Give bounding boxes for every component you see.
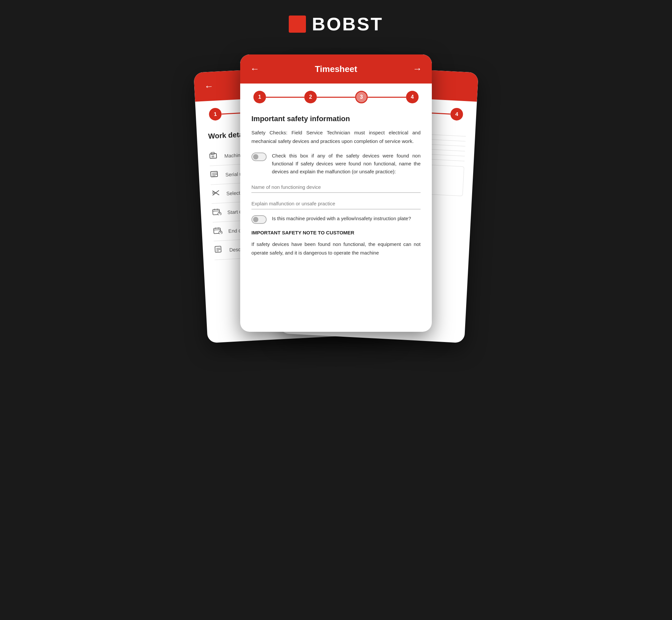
svg-line-27 <box>217 250 221 250</box>
logo-text: BOBST <box>312 13 383 35</box>
safety-section-title: Important safety information <box>251 114 421 123</box>
svg-line-12 <box>213 211 220 211</box>
card-center-steps: 1 2 3 4 <box>240 84 432 107</box>
svg-line-19 <box>214 230 221 230</box>
svg-point-10 <box>213 192 215 194</box>
toggle-2-text: Is this machine provided with a yellow\n… <box>272 215 411 222</box>
card-center-header: ← Timesheet → <box>240 54 432 84</box>
step-dot-1[interactable]: 1 <box>209 108 222 121</box>
center-line-3 <box>368 97 406 98</box>
card-left-back-arrow[interactable]: ← <box>204 81 214 92</box>
center-step-4[interactable]: 4 <box>406 91 419 103</box>
malfunction-explain-input[interactable] <box>251 198 421 209</box>
center-line-1 <box>266 97 304 98</box>
svg-line-6 <box>212 174 218 175</box>
toggle-row-2: Is this machine provided with a yellow\n… <box>251 215 421 224</box>
enddate-icon <box>213 226 224 237</box>
safety-toggle-2[interactable] <box>251 215 267 224</box>
safety-text: Safety Checks: Field Service Technician … <box>251 128 421 145</box>
cards-container: ← Tim 1 2 Work details Machine model <box>221 54 451 339</box>
center-step-2[interactable]: 2 <box>304 91 317 103</box>
right-step-dot-4[interactable]: 4 <box>450 108 463 121</box>
svg-line-26 <box>217 248 221 249</box>
note-body-text: If safety devices have been found non fu… <box>251 240 421 257</box>
startdate-icon <box>212 208 223 217</box>
logo-area: BOBST <box>289 13 383 35</box>
center-step-1[interactable]: 1 <box>253 91 266 103</box>
center-step-3[interactable]: 3 <box>355 91 368 103</box>
center-line-2 <box>317 97 355 98</box>
toggle-1-text: Check this box if any of the safety devi… <box>272 152 421 176</box>
card-center-title: Timesheet <box>315 64 357 74</box>
important-note: IMPORTANT SAFETY NOTE TO CUSTOMER <box>251 230 421 236</box>
non-functioning-device-input[interactable] <box>251 182 421 193</box>
svg-line-5 <box>212 173 218 173</box>
serial-icon <box>210 170 221 180</box>
safety-toggle-1[interactable] <box>251 153 267 161</box>
center-back-arrow[interactable]: ← <box>250 64 259 74</box>
worktype-icon <box>211 189 222 199</box>
card-center: ← Timesheet → 1 2 3 4 Important safety i… <box>240 54 432 332</box>
description-icon <box>214 245 225 255</box>
center-forward-arrow[interactable]: → <box>413 64 422 74</box>
card-center-body: Important safety information Safety Chec… <box>240 107 432 265</box>
logo-icon <box>289 15 306 33</box>
toggle-row-1: Check this box if any of the safety devi… <box>251 152 421 176</box>
machine-icon <box>209 151 220 161</box>
